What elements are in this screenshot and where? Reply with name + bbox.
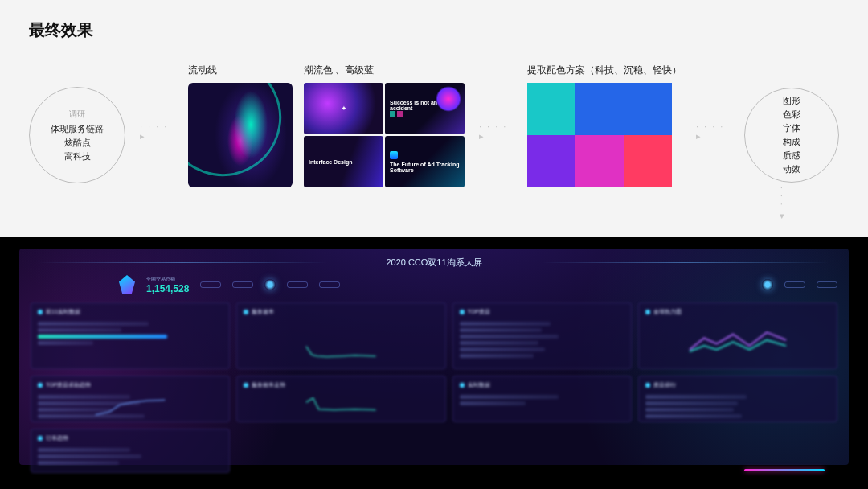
panel-grid: 双11实时数据 服务速率 TOP类目求助趋势 bbox=[23, 302, 845, 475]
flow-col-research: 调研 体现服务链路 炫酷点 高科技 bbox=[29, 68, 125, 183]
flow-col-palette: 提取配色方案（科技、沉稳、轻快） bbox=[527, 64, 682, 187]
neon-accent bbox=[744, 469, 825, 471]
streamline-heading: 流动线 bbox=[188, 64, 293, 76]
dashboard: 2020 CCO双11淘系大屏 全网交易总额 1,154,528 双11实时数据 bbox=[23, 255, 845, 475]
kpi-node-icon bbox=[264, 279, 276, 290]
swatch bbox=[624, 83, 672, 135]
panel-heading: 订单趋势 bbox=[38, 434, 223, 442]
palette bbox=[527, 83, 672, 187]
palette-heading: 提取配色方案（科技、沉稳、轻快） bbox=[527, 64, 682, 76]
kpi-value: 1,154,528 bbox=[146, 283, 189, 294]
sparkline bbox=[38, 397, 223, 417]
research-item: 高科技 bbox=[64, 150, 91, 162]
trend-cell: The Future of Ad Tracking Software bbox=[385, 136, 465, 187]
kpi-chip bbox=[784, 281, 805, 288]
dashboard-panel: TOP类目 bbox=[452, 302, 632, 369]
swatch bbox=[575, 135, 624, 187]
panel-heading: 实时数据 bbox=[460, 381, 624, 389]
output-item: 动效 bbox=[783, 163, 800, 175]
dashboard-panel: 订单趋势 bbox=[31, 429, 230, 473]
research-circle: 调研 体现服务链路 炫酷点 高科技 bbox=[29, 87, 125, 183]
swatch bbox=[624, 135, 672, 187]
kpi-label: 全网交易总额 bbox=[146, 276, 189, 283]
output-item: 构成 bbox=[783, 136, 800, 148]
trend-cell: ✦ bbox=[304, 83, 383, 134]
flow-col-output: 图形 色彩 字体 构成 质感 动效 bbox=[744, 68, 839, 183]
page-title: 最终效果 bbox=[29, 19, 839, 41]
dashboard-panel: 类目排行 bbox=[638, 376, 837, 422]
research-item: 体现服务链路 bbox=[51, 123, 104, 135]
arrow-icon: · · · · ▸ bbox=[693, 121, 733, 142]
output-item: 图形 bbox=[783, 95, 800, 107]
dashboard-panel: 全球热力图 bbox=[638, 302, 837, 369]
research-title: 调研 bbox=[69, 109, 85, 120]
flow-col-streamline: 流动线 bbox=[188, 64, 293, 187]
panel-heading: 服务效率走势 bbox=[244, 381, 439, 389]
output-item: 字体 bbox=[783, 122, 800, 134]
dashboard-panel: 实时数据 bbox=[452, 376, 632, 422]
panel-heading: 服务速率 bbox=[244, 308, 439, 316]
output-circle: 图形 色彩 字体 构成 质感 动效 bbox=[744, 88, 839, 183]
research-item: 炫酷点 bbox=[64, 137, 91, 149]
dashboard-title: 2020 CCO双11淘系大屏 bbox=[23, 255, 845, 272]
kpi-chip bbox=[319, 281, 340, 288]
process-section: 最终效果 调研 体现服务链路 炫酷点 高科技 · · · · ▸ 流动线 潮流色… bbox=[0, 0, 868, 237]
kpi-chip bbox=[287, 281, 308, 288]
trend-heading: 潮流色 、高级蓝 bbox=[304, 64, 465, 76]
dashboard-panel: 服务速率 bbox=[236, 302, 446, 369]
trend-grid: ✦ Success is not an accident Interface D… bbox=[304, 83, 465, 187]
output-item: 质感 bbox=[783, 150, 800, 162]
kpi-bar: 全网交易总额 1,154,528 bbox=[23, 272, 845, 302]
flow-row: 调研 体现服务链路 炫酷点 高科技 · · · · ▸ 流动线 潮流色 、高级蓝… bbox=[29, 64, 839, 187]
panel-heading: TOP类目 bbox=[460, 308, 624, 316]
arrow-icon: · · · · ▸ bbox=[137, 121, 177, 142]
sparkline bbox=[244, 339, 439, 360]
dashboard-panel: 双11实时数据 bbox=[31, 302, 230, 369]
panel-heading: TOP类目求助趋势 bbox=[38, 381, 223, 389]
arrow-icon: · · · · ▸ bbox=[476, 121, 516, 142]
swatch bbox=[575, 83, 624, 135]
swatch bbox=[527, 135, 575, 187]
output-item: 色彩 bbox=[783, 109, 800, 121]
kpi-chip bbox=[232, 281, 253, 288]
panel-heading: 双11实时数据 bbox=[38, 308, 223, 316]
kpi-node-icon bbox=[762, 279, 773, 290]
kpi-chip bbox=[817, 281, 837, 288]
swatch bbox=[527, 83, 575, 135]
panel-heading: 全球热力图 bbox=[645, 308, 830, 316]
dashboard-panel: TOP类目求助趋势 bbox=[31, 376, 230, 422]
kpi-chip bbox=[200, 281, 221, 288]
trend-cell: Success is not an accident bbox=[385, 83, 465, 134]
trend-cell: Interface Design bbox=[304, 136, 383, 187]
dashboard-panel: 服务效率走势 bbox=[236, 376, 446, 422]
sparkline bbox=[244, 392, 439, 413]
gem-icon bbox=[119, 275, 135, 294]
arrow-down-icon: · · · ▾ bbox=[777, 187, 788, 223]
panel-heading: 类目排行 bbox=[645, 381, 830, 389]
streamline-thumbnail bbox=[188, 83, 293, 187]
flow-col-trend: 潮流色 、高级蓝 ✦ Success is not an accident In… bbox=[304, 64, 465, 187]
dashboard-section: 2020 CCO双11淘系大屏 全网交易总额 1,154,528 双11实时数据 bbox=[0, 237, 868, 489]
sparkline bbox=[645, 327, 830, 355]
kpi-main: 全网交易总额 1,154,528 bbox=[146, 276, 189, 294]
